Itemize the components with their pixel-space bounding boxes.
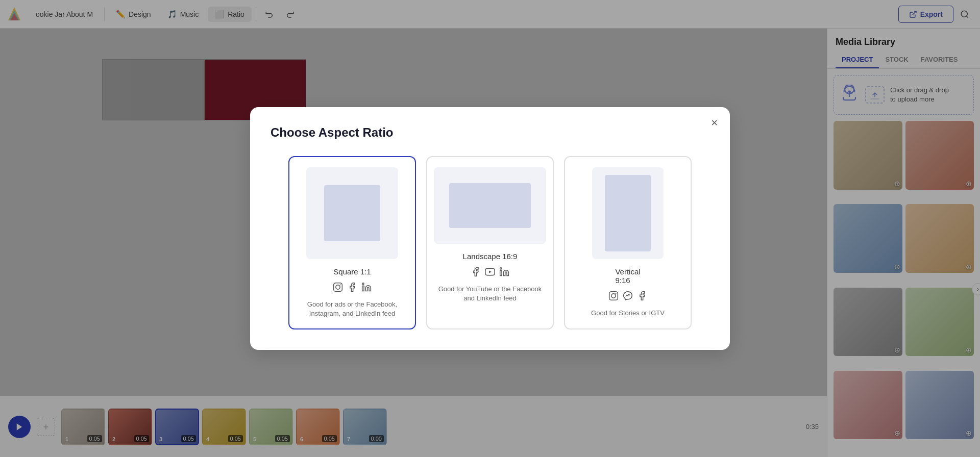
facebook-icon-v — [637, 291, 647, 303]
svg-rect-12 — [334, 283, 342, 291]
svg-rect-20 — [609, 291, 618, 300]
facebook-icon-l — [471, 267, 481, 280]
ratio-vertical-label: Vertical9:16 — [615, 267, 640, 285]
modal-overlay[interactable]: Choose Aspect Ratio × Square 1:1 — [0, 0, 980, 457]
linkedin-icon — [361, 282, 372, 295]
aspect-ratio-modal: Choose Aspect Ratio × Square 1:1 — [250, 107, 730, 350]
svg-point-13 — [336, 285, 340, 289]
ratio-vertical-card[interactable]: Vertical9:16 Good for Stories or IGTV — [564, 156, 692, 329]
ratio-landscape-card[interactable]: Landscape 16:9 Good for YouTube or the F… — [426, 156, 554, 329]
ratio-vertical-desc: Good for Stories or IGTV — [591, 309, 665, 318]
svg-rect-18 — [500, 270, 502, 275]
ratio-landscape-desc: Good for YouTube or the Facebook and Lin… — [435, 285, 545, 303]
ratio-options: Square 1:1 Good for ads or the Facebook,… — [271, 156, 709, 329]
linkedin-icon-l — [499, 267, 509, 280]
ratio-landscape-label: Landscape 16:9 — [463, 252, 518, 261]
svg-point-14 — [340, 284, 341, 285]
facebook-icon — [347, 282, 357, 295]
instagram-icon-v — [608, 291, 619, 303]
ratio-square-inner — [324, 185, 380, 241]
svg-point-21 — [611, 294, 616, 298]
ratio-landscape-icons — [471, 267, 509, 280]
ratio-square-card[interactable]: Square 1:1 Good for ads or the Facebook,… — [288, 156, 416, 329]
youtube-icon — [485, 267, 495, 280]
svg-point-16 — [362, 283, 364, 284]
ratio-landscape-preview — [434, 167, 546, 244]
ratio-landscape-inner — [449, 183, 531, 228]
svg-point-22 — [616, 293, 617, 294]
svg-point-19 — [500, 267, 502, 269]
instagram-icon — [333, 282, 343, 295]
ratio-vertical-inner — [605, 175, 651, 251]
svg-marker-17 — [489, 270, 492, 273]
ratio-vertical-preview — [592, 167, 664, 259]
modal-title: Choose Aspect Ratio — [271, 125, 709, 140]
ratio-square-label: Square 1:1 — [333, 267, 371, 276]
ratio-square-desc: Good for ads or the Facebook, Instagram,… — [298, 300, 407, 318]
ratio-square-preview — [306, 167, 398, 259]
svg-rect-15 — [362, 286, 364, 291]
messenger-icon — [623, 291, 633, 303]
modal-close-button[interactable]: × — [711, 117, 718, 129]
ratio-vertical-icons — [608, 291, 647, 303]
ratio-square-icons — [333, 282, 372, 295]
